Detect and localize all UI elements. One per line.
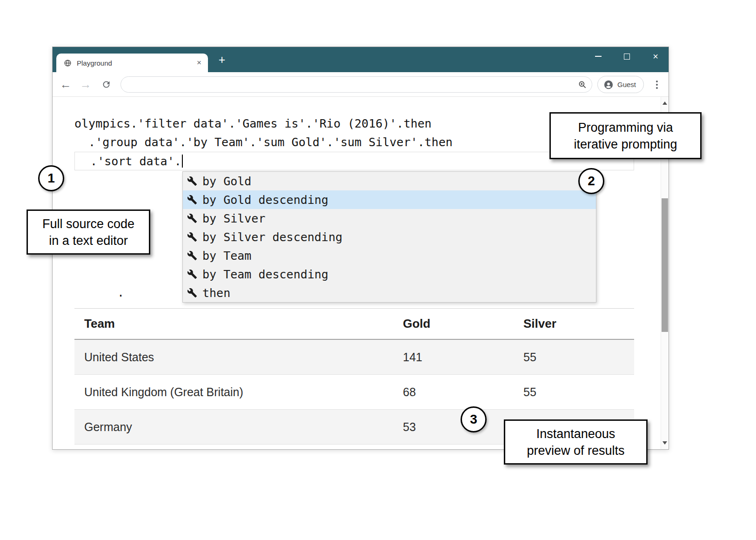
zoom-icon[interactable]: [578, 80, 587, 89]
table-row: United States 141 55: [74, 340, 634, 375]
minimize-icon: [595, 56, 602, 57]
cell-team: United States: [74, 351, 403, 364]
cell-team: United Kingdom (Great Britain): [74, 385, 403, 399]
address-input[interactable]: [128, 81, 578, 88]
callout-label-3: Instantaneous preview of results: [504, 419, 648, 465]
callout-label-1: Full source code in a text editor: [27, 209, 150, 255]
autocomplete-item[interactable]: by Silver descending: [183, 228, 596, 246]
globe-icon: [64, 59, 72, 67]
cell-gold: 141: [403, 351, 523, 364]
autocomplete-item-label: by Silver descending: [202, 230, 342, 244]
reload-icon: [101, 80, 111, 89]
autocomplete-item[interactable]: by Silver: [183, 209, 596, 228]
text-cursor: [182, 155, 183, 168]
browser-toolbar: ← → Guest: [53, 72, 669, 97]
maximize-button[interactable]: [616, 47, 637, 66]
browser-tab-playground[interactable]: Playground ×: [56, 54, 208, 72]
wrench-icon: [187, 232, 197, 242]
cell-silver: 55: [523, 385, 634, 399]
autocomplete-item-label: by Gold descending: [202, 193, 328, 207]
autocomplete-item[interactable]: then: [183, 284, 596, 302]
cell-gold: 68: [403, 385, 523, 399]
table-row: United Kingdom (Great Britain) 68 55: [74, 375, 634, 410]
autocomplete-item-selected[interactable]: by Gold descending: [183, 190, 596, 209]
code-continuation-line[interactable]: .: [117, 285, 124, 301]
autocomplete-item-label: by Gold: [202, 175, 251, 188]
tab-title: Playground: [77, 59, 197, 67]
wrench-icon: [187, 250, 197, 261]
maximize-icon: [624, 54, 630, 60]
back-button[interactable]: ←: [56, 72, 75, 96]
tab-close-icon[interactable]: ×: [197, 58, 201, 68]
callout-number-1: 1: [38, 165, 64, 191]
column-header-gold: Gold: [403, 317, 523, 331]
address-bar[interactable]: [120, 76, 592, 93]
autocomplete-item[interactable]: by Gold: [183, 172, 596, 190]
close-button[interactable]: ×: [645, 47, 666, 66]
table-header-row: Team Gold Silver: [74, 309, 634, 340]
code-line-3: .'sort data'.: [76, 155, 181, 168]
autocomplete-item-label: by Team: [202, 249, 251, 263]
autocomplete-item-label: by Team descending: [202, 268, 328, 281]
wrench-icon: [187, 213, 197, 223]
autocomplete-item-label: by Silver: [202, 212, 265, 225]
new-tab-button[interactable]: +: [214, 51, 230, 68]
autocomplete-item[interactable]: by Team: [183, 246, 596, 265]
profile-button[interactable]: Guest: [597, 76, 644, 93]
minimize-button[interactable]: [588, 47, 609, 66]
figure-canvas: Playground × + × ← →: [0, 0, 756, 540]
autocomplete-dropdown: by Gold by Gold descending by Silver by …: [182, 171, 596, 303]
autocomplete-item[interactable]: by Team descending: [183, 265, 596, 284]
scroll-down-arrow-icon[interactable]: [662, 441, 667, 445]
kebab-menu-button[interactable]: [653, 72, 661, 97]
profile-label: Guest: [617, 81, 636, 88]
column-header-silver: Silver: [523, 317, 634, 331]
code-line-1[interactable]: olympics.'filter data'.'Games is'.'Rio (…: [74, 116, 432, 132]
callout-label-2: Programming via iterative prompting: [549, 112, 702, 159]
forward-button[interactable]: →: [76, 72, 95, 96]
avatar-icon: [603, 80, 614, 90]
code-line-2[interactable]: .'group data'.'by Team'.'sum Gold'.'sum …: [74, 135, 453, 150]
scrollbar-thumb[interactable]: [662, 198, 668, 332]
autocomplete-item-label: then: [202, 286, 230, 300]
callout-number-2: 2: [578, 168, 604, 194]
wrench-icon: [187, 288, 197, 298]
cell-team: Germany: [74, 420, 403, 434]
scroll-up-arrow-icon[interactable]: [662, 101, 667, 105]
wrench-icon: [187, 176, 197, 186]
cell-silver: 55: [523, 351, 634, 364]
browser-titlebar: Playground × + ×: [53, 47, 669, 72]
column-header-team: Team: [74, 317, 403, 331]
wrench-icon: [187, 269, 197, 279]
reload-button[interactable]: [97, 72, 115, 96]
wrench-icon: [187, 195, 197, 205]
callout-number-3: 3: [461, 406, 487, 432]
